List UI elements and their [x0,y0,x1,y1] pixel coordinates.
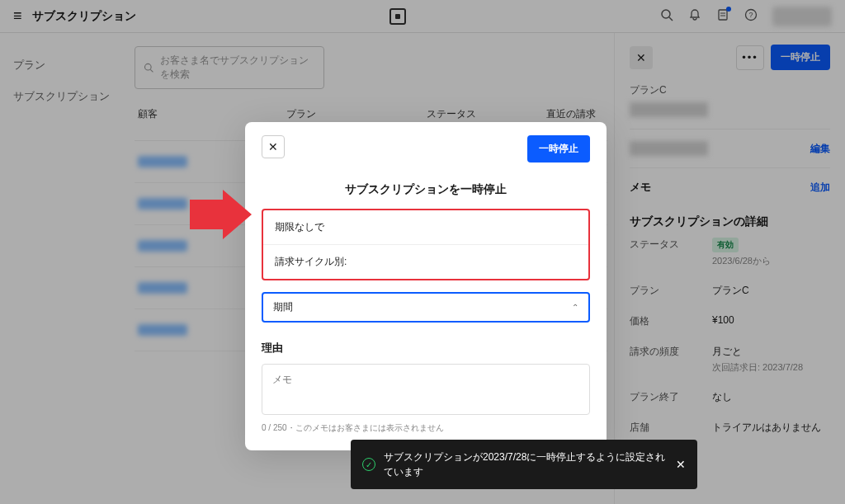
pause-subscription-modal: ✕ 一時停止 サブスクリプションを一時停止 期限なしで 請求サイクル別: 期間 … [245,122,607,450]
reason-label: 理由 [262,341,590,356]
toast-close-button[interactable]: ✕ [676,458,686,471]
annotation-arrow-icon [190,190,252,239]
option-by-cycle[interactable]: 請求サイクル別: [263,245,588,279]
modal-close-button[interactable]: ✕ [262,135,285,158]
option-indefinite[interactable]: 期限なしで [263,210,588,245]
toast-text: サブスクリプションが2023/7/28に一時停止するように設定されています [384,450,668,479]
toast-notification: ✓ サブスクリプションが2023/7/28に一時停止するように設定されています … [351,440,697,489]
memo-textarea[interactable] [262,364,590,415]
pause-option-group: 期限なしで 請求サイクル別: [262,209,590,280]
chevron-up-icon: ⌃ [572,303,578,312]
modal-pause-button[interactable]: 一時停止 [527,135,590,163]
memo-hint: 0 / 250・このメモはお客さまには表示されません [262,422,590,434]
modal-title: サブスクリプションを一時停止 [262,182,590,197]
period-select[interactable]: 期間 ⌃ [262,292,590,323]
period-placeholder: 期間 [273,300,293,314]
check-icon: ✓ [362,458,375,471]
